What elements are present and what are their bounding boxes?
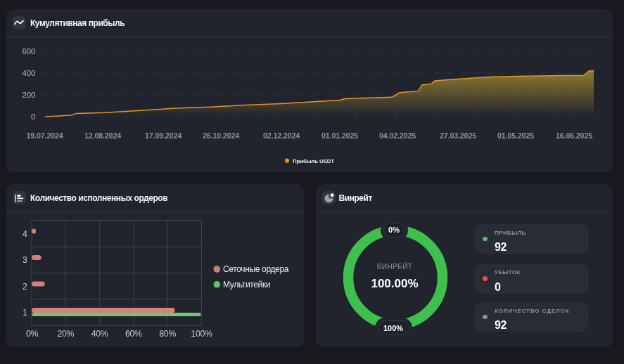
svg-text:600: 600 [22,47,35,56]
svg-text:0: 0 [31,112,35,121]
svg-text:80%: 80% [159,329,176,339]
svg-text:200: 200 [22,91,35,99]
svg-text:0%: 0% [26,329,39,339]
svg-text:40%: 40% [91,329,108,339]
svg-text:Мультитейки: Мультитейки [223,280,270,290]
svg-text:Прибыль USDT: Прибыль USDT [293,158,334,164]
svg-text:400: 400 [22,69,35,77]
svg-text:4: 4 [23,229,27,239]
svg-text:3: 3 [23,255,27,265]
svg-text:20%: 20% [57,329,74,339]
svg-text:19.07.2024: 19.07.2024 [27,131,63,140]
svg-text:16.06.2025: 16.06.2025 [556,131,592,140]
svg-text:1: 1 [23,308,27,318]
svg-text:100%: 100% [191,329,212,339]
svg-text:01.05.2025: 01.05.2025 [497,131,534,140]
svg-text:02.12.2024: 02.12.2024 [263,131,300,140]
svg-text:60%: 60% [125,329,142,339]
svg-text:Сеточные ордера: Сеточные ордера [223,264,289,274]
svg-text:17.09.2024: 17.09.2024 [145,131,182,140]
svg-text:27.03.2025: 27.03.2025 [440,131,476,140]
svg-text:12.08.2024: 12.08.2024 [84,131,121,140]
svg-text:2: 2 [23,282,27,292]
svg-text:04.02.2025: 04.02.2025 [379,131,416,140]
svg-text:26.10.2024: 26.10.2024 [203,131,239,140]
svg-text:01.01.2025: 01.01.2025 [321,131,358,140]
